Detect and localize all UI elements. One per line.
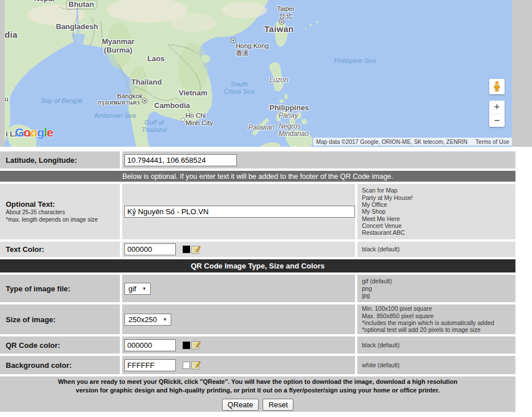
google-logo-letter: o — [30, 126, 37, 139]
image-type-label: Type of image file: — [6, 284, 120, 293]
optional-text-hint2: *max. length depends on image size — [6, 216, 120, 223]
text-color-swatch — [183, 246, 190, 253]
map-label-mindanao: Mindanao — [279, 130, 309, 138]
qr-form: Latitude, Longitude: Below is optional. … — [0, 151, 515, 412]
map-attribution-text: Map data ©2017 Google, ORION-ME, SK tele… — [316, 139, 467, 145]
text-color-example: black (default) — [362, 246, 515, 252]
map-label-dia: dia — [5, 30, 18, 40]
zoom-out-button[interactable]: − — [489, 114, 505, 127]
map-zoom-control: + − — [489, 101, 505, 127]
image-size-row: Size of image: 250x250 ▼ Min. 100x100 pi… — [0, 304, 515, 334]
optional-text-input[interactable] — [124, 206, 355, 218]
google-map[interactable]: NepalBhutanBangladeshdiaMyanmar (Burma)L… — [5, 0, 512, 147]
map-label-south: South China Sea — [224, 81, 255, 95]
bg-color-input[interactable] — [124, 359, 176, 371]
zoom-in-button[interactable]: + — [489, 101, 505, 114]
footer-instructions-line1: When you are ready to meet your QRickit,… — [58, 378, 457, 386]
map-label-bay-of-bengal: Bay of Bengal — [41, 97, 82, 105]
google-logo: Google — [15, 126, 53, 139]
optional-text-hint1: About 25-35 characters — [6, 209, 120, 216]
qr-color-row: QR Code color: black (default) — [0, 336, 515, 354]
latitude-label: Latitude, Longitude: — [6, 156, 120, 165]
map-label-u: u — [5, 95, 8, 103]
qr-color-swatch — [183, 342, 190, 349]
optional-section-header: Below is optional. If you enter text it … — [0, 171, 515, 182]
footer-instructions-line2: version for graphic design and high-qual… — [76, 386, 440, 395]
select-arrow-icon: ▼ — [163, 317, 167, 322]
map-label-vietnam: Vietnam — [179, 89, 207, 98]
bg-color-label: Background color: — [6, 361, 120, 370]
map-label-bangladesh: Bangladesh — [56, 23, 98, 31]
map-label-myanmar: Myanmar (Burma) — [102, 38, 134, 54]
map-label-philippine-sea: Philippine Sea — [334, 57, 376, 65]
text-color-row: Text Color: black (default) — [0, 242, 515, 257]
map-label-nepal: Nepal — [34, 0, 54, 3]
qr-color-picker-icon[interactable] — [191, 340, 201, 350]
google-logo-letter: e — [47, 126, 53, 139]
footer-row: When you are ready to meet your QRickit,… — [0, 376, 515, 412]
map-label-ho-chi: Ho Chi Minh City — [186, 112, 213, 127]
text-color-picker-icon[interactable] — [191, 245, 201, 254]
text-color-label: Text Color: — [6, 245, 120, 254]
qr-section-header: QR Code Image Type, Size and Colors — [0, 259, 515, 272]
map-label-taipei: Taipei 台北 — [277, 5, 294, 20]
map-label-cambodia: Cambodia — [154, 102, 190, 110]
city-marker-icon — [142, 98, 147, 103]
google-logo-letter: g — [37, 126, 44, 139]
map-label-palawan: Palawan — [248, 124, 275, 131]
qreate-button[interactable]: QReate — [222, 399, 259, 411]
pegman-control[interactable] — [489, 79, 505, 94]
map-label-panay: Panay — [279, 112, 298, 119]
text-color-input[interactable] — [124, 243, 176, 255]
qr-color-example: black (default) — [362, 342, 515, 348]
city-marker-icon — [181, 118, 185, 122]
latitude-longitude-input[interactable] — [124, 154, 237, 166]
map-label-hong-kong: Hong Kong 香港 — [236, 42, 269, 57]
terms-of-use-link[interactable]: Terms of Use — [475, 139, 509, 145]
city-marker-icon — [279, 19, 284, 25]
image-type-select[interactable]: gif ▼ — [124, 283, 151, 295]
city-marker-icon — [231, 38, 236, 43]
map-section: NepalBhutanBangladeshdiaMyanmar (Burma)L… — [0, 0, 532, 147]
map-attribution-bar: Map data ©2017 Google, ORION-ME, SK tele… — [313, 138, 512, 146]
qr-color-label: QR Code color: — [6, 341, 120, 350]
image-type-row: Type of image file: gif ▼ gif (default) … — [0, 275, 515, 302]
optional-text-examples: Scan for Map Party at My House! My Offic… — [362, 187, 515, 236]
image-size-select[interactable]: 250x250 ▼ — [124, 314, 171, 326]
map-label-laos: Laos — [147, 55, 164, 63]
google-logo-letter: G — [15, 126, 23, 139]
optional-text-label: Optional Text: — [6, 200, 120, 209]
map-label-bhutan: Bhutan — [68, 1, 94, 9]
reset-button[interactable]: Reset — [263, 399, 293, 411]
map-label-thailand: Thailand — [131, 78, 162, 87]
bg-color-example: white (default) — [362, 362, 515, 368]
map-label-taiwan: Taiwan — [264, 25, 294, 34]
map-label-gulf-of: Gulf of Thailand — [142, 119, 167, 134]
select-arrow-icon: ▼ — [142, 286, 147, 291]
qr-color-input[interactable] — [124, 339, 176, 351]
pegman-icon — [493, 81, 501, 92]
latitude-row: Latitude, Longitude: — [0, 151, 515, 169]
map-label-andaman-sea: Andaman Sea — [94, 112, 136, 119]
image-size-examples: Min. 100x100 pixel square Max. 850x850 p… — [362, 305, 515, 334]
bg-color-picker-icon[interactable] — [191, 360, 201, 370]
image-size-label: Size of image: — [6, 315, 120, 324]
map-label-luzon: Luzon — [269, 77, 288, 84]
map-label--: กรุงเทพมหานคร — [98, 99, 140, 106]
qrickit-page: NepalBhutanBangladeshdiaMyanmar (Burma)L… — [0, 0, 532, 417]
optional-text-row: Optional Text: About 25-35 characters *m… — [0, 184, 515, 239]
image-size-value: 250x250 — [128, 315, 157, 324]
image-type-value: gif — [128, 284, 136, 293]
image-type-examples: gif (default) png jpg — [362, 278, 515, 299]
bg-color-swatch — [183, 362, 190, 369]
bg-color-row: Background color: white (default) — [0, 356, 515, 374]
google-logo-letter: o — [23, 126, 30, 139]
